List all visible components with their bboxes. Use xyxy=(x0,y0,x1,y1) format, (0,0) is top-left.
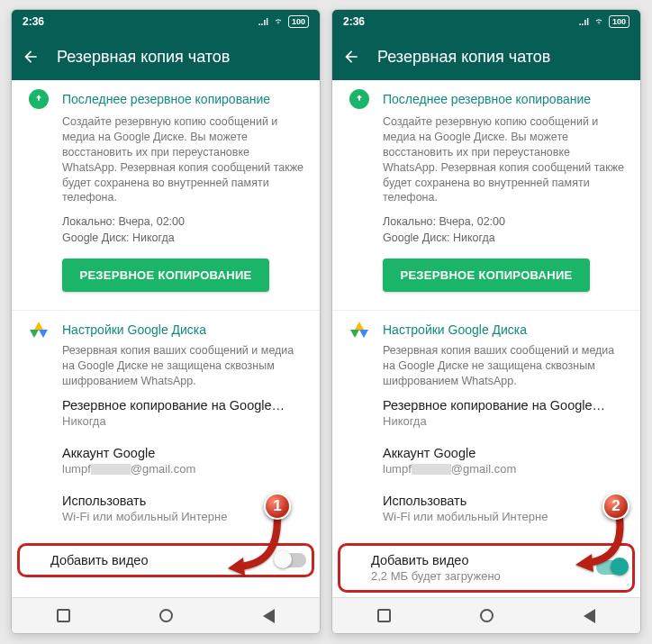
status-time: 2:36 xyxy=(23,15,44,28)
section-drive-settings: Настройки Google Диска Резервная копия в… xyxy=(332,310,640,543)
gdrive-backup-line: Google Диск: Никогда xyxy=(383,231,626,247)
backup-description: Создайте резервную копию сообщений и мед… xyxy=(26,114,305,205)
google-drive-icon xyxy=(30,322,48,338)
arrow-back-icon xyxy=(22,48,40,66)
upload-icon xyxy=(349,89,369,109)
backup-now-button[interactable]: РЕЗЕРВНОЕ КОПИРОВАНИЕ xyxy=(62,259,269,292)
status-time: 2:36 xyxy=(343,15,365,28)
row-google-account[interactable]: Аккаунт Google lumpf@gmail.com xyxy=(347,437,626,485)
phone-screenshot-right: 2:36 ..ıl 100 Резервная копия чатов Посл… xyxy=(331,9,641,634)
back-button[interactable] xyxy=(341,47,361,67)
account-email: lumpf@gmail.com xyxy=(62,462,305,476)
row-backup-frequency[interactable]: Резервное копирование на Google… Никогда xyxy=(26,389,305,437)
battery-icon: 100 xyxy=(609,15,629,28)
nav-back-button[interactable] xyxy=(580,607,598,625)
section-title-backup: Последнее резервное копирование xyxy=(383,92,591,106)
local-backup-line: Локально: Вчера, 02:00 xyxy=(383,214,626,231)
gdrive-backup-line: Google Диск: Никогда xyxy=(62,231,305,247)
arrow-back-icon xyxy=(342,48,360,66)
backup-description: Создайте резервную копию сообщений и мед… xyxy=(347,114,626,205)
row-google-account[interactable]: Аккаунт Google lumpf@gmail.com xyxy=(26,437,305,485)
page-title: Резервная копия чатов xyxy=(57,48,230,67)
phone-screenshot-left: 2:36 ..ıl 100 Резервная копия чатов Посл… xyxy=(11,9,321,634)
section-last-backup: Последнее резервное копирование Создайте… xyxy=(332,80,640,306)
section-title-drive: Настройки Google Диска xyxy=(383,322,527,337)
signal-dots-icon: ..ıl xyxy=(258,17,268,27)
include-video-label: Добавить видео xyxy=(371,553,596,567)
nav-recent-button[interactable] xyxy=(54,607,72,625)
google-drive-icon xyxy=(350,322,368,338)
drive-description: Резервная копия ваших сообщений и медиа … xyxy=(347,343,626,389)
callout-arrow-2 xyxy=(570,512,633,579)
nav-home-button[interactable] xyxy=(157,607,175,625)
system-nav-bar xyxy=(332,597,640,633)
callout-arrow-1 xyxy=(223,514,291,581)
nav-recent-button[interactable] xyxy=(375,607,393,625)
upload-icon xyxy=(29,89,49,109)
section-last-backup: Последнее резервное копирование Создайте… xyxy=(12,80,320,306)
signal-dots-icon: ..ıl xyxy=(579,17,589,27)
callout-badge-1: 1 xyxy=(264,493,291,520)
nav-back-button[interactable] xyxy=(259,607,277,625)
app-bar: Резервная копия чатов xyxy=(12,33,320,80)
redacted-block xyxy=(91,464,131,475)
battery-icon: 100 xyxy=(288,15,309,28)
backup-now-button[interactable]: РЕЗЕРВНОЕ КОПИРОВАНИЕ xyxy=(383,259,590,292)
section-title-drive: Настройки Google Диска xyxy=(62,322,206,337)
callout-badge-2: 2 xyxy=(602,493,629,520)
account-email: lumpf@gmail.com xyxy=(383,462,626,476)
system-nav-bar xyxy=(12,597,320,633)
app-bar: Резервная копия чатов xyxy=(332,33,640,80)
local-backup-line: Локально: Вчера, 02:00 xyxy=(62,214,305,231)
row-backup-frequency[interactable]: Резервное копирование на Google… Никогда xyxy=(347,389,626,437)
redacted-block xyxy=(412,464,451,475)
status-bar: 2:36 ..ıl 100 xyxy=(12,10,320,33)
page-title: Резервная копия чатов xyxy=(377,48,550,67)
back-button[interactable] xyxy=(21,47,41,67)
nav-home-button[interactable] xyxy=(477,607,495,625)
section-title-backup: Последнее резервное копирование xyxy=(62,92,270,106)
include-video-subtitle: 2,2 МБ будет загружено xyxy=(371,569,596,583)
drive-description: Резервная копия ваших сообщений и медиа … xyxy=(26,343,305,389)
wifi-icon xyxy=(593,17,605,26)
wifi-icon xyxy=(272,17,285,26)
status-bar: 2:36 ..ıl 100 xyxy=(332,10,640,33)
